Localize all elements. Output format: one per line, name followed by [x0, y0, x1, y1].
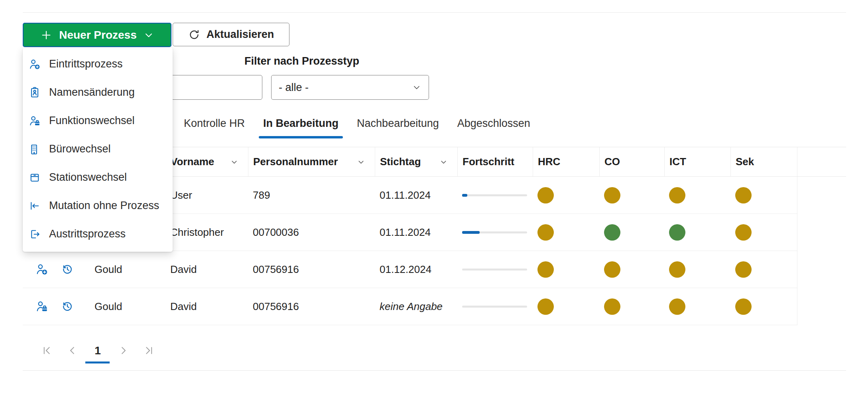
first-page-button[interactable] — [34, 338, 59, 363]
cell-fortschritt — [457, 177, 533, 214]
cell-vorname[interactable]: Christopher — [165, 214, 248, 251]
column-header-personalnummer[interactable]: Personalnummer — [248, 147, 375, 177]
new-process-dropdown-menu: Eintrittsprozess Namensänderung Funktion… — [23, 47, 173, 252]
chevron-down-icon[interactable] — [230, 158, 238, 166]
cell-ict-status — [664, 177, 730, 214]
table-row-icons — [23, 251, 90, 288]
menu-item-namensaenderung[interactable]: Namensänderung — [23, 78, 173, 107]
card-top-border — [23, 12, 846, 13]
current-page-underline — [85, 361, 110, 363]
tab-abgeschlossen[interactable]: Abgeschlossen — [448, 109, 539, 138]
column-header-hrc[interactable]: HRC — [533, 147, 599, 177]
cell-personalnummer[interactable]: 00756916 — [248, 288, 375, 325]
cell-stichtag[interactable]: 01.11.2024 — [375, 214, 457, 251]
person-briefcase-icon[interactable] — [35, 300, 48, 313]
menu-item-austrittsprozess[interactable]: Austrittsprozess — [23, 220, 173, 248]
column-header-stichtag[interactable]: Stichtag — [375, 147, 457, 177]
search-input[interactable] — [167, 75, 262, 100]
cell-vorname[interactable]: User — [165, 177, 248, 214]
progress-bar — [462, 269, 527, 271]
arrow-to-left-icon — [29, 200, 41, 212]
tab-nachbearbeitung[interactable]: Nachbearbeitung — [348, 109, 448, 138]
last-page-button[interactable] — [136, 338, 161, 363]
status-dot — [537, 298, 554, 315]
status-dot — [537, 224, 554, 241]
status-dot — [735, 187, 752, 203]
new-process-button[interactable]: Neuer Prozess — [23, 23, 171, 47]
cell-co-status — [599, 214, 664, 251]
next-page-icon — [118, 345, 129, 356]
cell-stichtag[interactable]: keine Angabe — [375, 288, 457, 325]
status-dot — [669, 224, 685, 241]
previous-page-icon — [67, 345, 78, 356]
first-page-icon — [41, 345, 52, 356]
chevron-down-icon — [144, 30, 154, 40]
cell-hrc-status — [533, 214, 599, 251]
column-header-fortschritt[interactable]: Fortschritt — [457, 147, 533, 177]
menu-item-buerowechsel[interactable]: Bürowechsel — [23, 135, 173, 163]
cell-sek-status — [730, 177, 797, 214]
cell-vorname[interactable]: David — [165, 251, 248, 288]
cell-fortschritt — [457, 288, 533, 325]
status-dot — [735, 298, 752, 315]
page-number-button[interactable]: 1 — [85, 338, 110, 363]
process-type-select[interactable]: - alle - — [271, 75, 429, 100]
cell-empty — [797, 214, 846, 251]
table-row-icons — [23, 288, 90, 325]
cell-sek-status — [730, 214, 797, 251]
refresh-button[interactable]: Aktualisieren — [173, 23, 289, 46]
chevron-down-icon — [412, 83, 421, 92]
tray-icon — [29, 172, 41, 184]
status-dot — [669, 261, 685, 278]
menu-item-eintrittsprozess[interactable]: Eintrittsprozess — [23, 50, 173, 78]
cell-personalnummer[interactable]: 00700036 — [248, 214, 375, 251]
status-dot — [537, 187, 554, 203]
contact-card-icon — [29, 87, 41, 99]
status-dot — [604, 224, 620, 241]
history-icon[interactable] — [61, 300, 74, 313]
last-page-icon — [144, 345, 154, 356]
chevron-down-icon[interactable] — [357, 158, 365, 166]
status-dot — [604, 187, 620, 203]
column-header-ict[interactable]: ICT — [664, 147, 730, 177]
column-header-sek[interactable]: Sek — [730, 147, 797, 177]
next-page-button[interactable] — [111, 338, 136, 363]
column-header-co[interactable]: CO — [599, 147, 664, 177]
cell-stichtag[interactable]: 01.11.2024 — [375, 177, 457, 214]
status-dot — [735, 224, 752, 241]
refresh-label: Aktualisieren — [207, 28, 274, 41]
cell-hrc-status — [533, 177, 599, 214]
cell-ict-status — [664, 214, 730, 251]
process-type-filter-label: Filter nach Prozesstyp — [244, 55, 359, 67]
history-icon[interactable] — [61, 263, 74, 276]
person-add-icon[interactable] — [35, 263, 48, 276]
cell-name[interactable]: Gould — [90, 288, 165, 325]
cell-fortschritt — [457, 214, 533, 251]
cell-name[interactable]: Gould — [90, 251, 165, 288]
cell-empty — [797, 251, 846, 288]
cell-vorname[interactable]: David — [165, 288, 248, 325]
cell-ict-status — [664, 288, 730, 325]
previous-page-button[interactable] — [60, 338, 85, 363]
status-dot — [735, 261, 752, 278]
cell-empty — [797, 177, 846, 214]
menu-item-funktionswechsel[interactable]: Funktionswechsel — [23, 107, 173, 135]
cell-sek-status — [730, 251, 797, 288]
tab-in-bearbeitung[interactable]: In Bearbeitung — [254, 109, 348, 138]
cell-personalnummer[interactable]: 789 — [248, 177, 375, 214]
menu-item-mutation-ohne-prozess[interactable]: Mutation ohne Prozess — [23, 192, 173, 220]
column-header-vorname[interactable]: Vorname — [165, 147, 248, 177]
cell-personalnummer[interactable]: 00756916 — [248, 251, 375, 288]
new-process-label: Neuer Prozess — [59, 29, 137, 41]
status-dot — [669, 187, 685, 203]
cell-co-status — [599, 177, 664, 214]
active-tab-underline — [259, 136, 343, 138]
status-tabs: Kontrolle HR In Bearbeitung Nachbearbeit… — [175, 109, 539, 138]
chevron-down-icon[interactable] — [439, 158, 448, 166]
tab-kontrolle-hr[interactable]: Kontrolle HR — [175, 109, 254, 138]
status-dot — [537, 261, 554, 278]
menu-item-stationswechsel[interactable]: Stationswechsel — [23, 163, 173, 192]
cell-stichtag[interactable]: 01.12.2024 — [375, 251, 457, 288]
card-bottom-border — [23, 370, 846, 371]
progress-bar — [462, 306, 527, 308]
